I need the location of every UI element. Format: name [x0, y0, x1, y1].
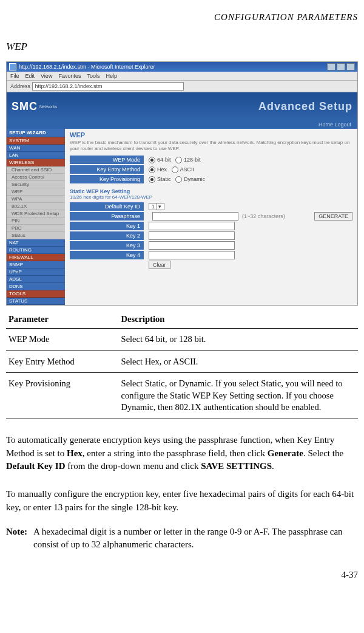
- cell-param: WEP Mode: [6, 329, 119, 351]
- close-button[interactable]: [346, 63, 355, 70]
- note-block: Note: A hexadecimal digit is a number or…: [6, 525, 358, 552]
- sidebar-sub-pbc[interactable]: PBC: [7, 225, 65, 232]
- sidebar-sub-wep[interactable]: WEP: [7, 188, 65, 196]
- row-provisioning: Key Provisioning Static Dynamic: [70, 175, 352, 183]
- panel-desc: WEP is the basic mechanism to transmit y…: [70, 140, 352, 152]
- radio-64bit[interactable]: [149, 157, 155, 163]
- menu-tools[interactable]: Tools: [87, 73, 99, 79]
- label-key1: Key 1: [70, 222, 144, 230]
- row-wep-mode: WEP Mode 64-bit 128-bit: [70, 156, 352, 164]
- static-wep-hint: 10/26 hex digits for 64-WEP/128-WEP: [70, 194, 352, 200]
- sidebar-sub-security[interactable]: Security: [7, 181, 65, 188]
- cell-desc: Select 64 bit, or 128 bit.: [119, 329, 358, 351]
- sidebar: SETUP WIZARD SYSTEM WAN LAN WIRELESS Cha…: [7, 129, 65, 305]
- minimize-button[interactable]: [327, 63, 335, 70]
- cell-param: Key Entry Method: [6, 351, 119, 373]
- sidebar-item-routing[interactable]: ROUTING: [7, 247, 65, 254]
- brand-subtext: Networks: [39, 104, 57, 109]
- section-title-wep: WEP: [6, 41, 358, 53]
- page-number: 4-37: [6, 570, 358, 580]
- running-header: CONFIGURATION PARAMETERS: [6, 12, 358, 22]
- row-key2: Key 2: [70, 231, 352, 240]
- radio-ascii[interactable]: [172, 166, 178, 173]
- table-row: Key Entry Method Select Hex, or ASCII.: [6, 351, 358, 373]
- sidebar-sub-wpa[interactable]: WPA: [7, 196, 65, 203]
- label-entry-method: Key Entry Method: [70, 165, 144, 174]
- sidebar-item-wan[interactable]: WAN: [7, 145, 65, 152]
- row-key1: Key 1: [70, 222, 352, 230]
- row-passphrase: Passphrase (1~32 characters) GENERATE: [70, 212, 352, 221]
- passphrase-hint: (1~32 characters): [242, 213, 285, 219]
- sidebar-item-status2[interactable]: STATUS: [7, 298, 65, 305]
- key4-input[interactable]: [149, 251, 235, 259]
- brand-logo: SMC: [12, 100, 38, 113]
- sidebar-sub-wds[interactable]: WDS Protected Setup: [7, 210, 65, 217]
- label-default-key: Default Key ID: [70, 202, 144, 211]
- radio-hex[interactable]: [149, 166, 155, 173]
- opt-ascii: ASCII: [180, 166, 195, 173]
- sidebar-sub-status[interactable]: Status: [7, 232, 65, 239]
- key1-input[interactable]: [149, 222, 235, 230]
- parameter-table: Parameter Description WEP Mode Select 64…: [6, 310, 358, 419]
- panel-title: WEP: [70, 131, 352, 139]
- paragraph-manual: To manually configure the encryption key…: [6, 488, 358, 515]
- opt-dynamic: Dynamic: [184, 176, 205, 182]
- sidebar-item-upnp[interactable]: UPnP: [7, 269, 65, 276]
- note-text: A hexadecimal digit is a number or lette…: [33, 525, 358, 552]
- banner-title: Advanced Setup: [258, 100, 352, 113]
- cell-desc: Select Static, or Dynamic. If you select…: [119, 373, 358, 419]
- radio-dynamic[interactable]: [175, 176, 182, 183]
- cell-desc: Select Hex, or ASCII.: [119, 351, 358, 373]
- label-wep-mode: WEP Mode: [70, 156, 144, 164]
- sidebar-sub-pin[interactable]: PIN: [7, 217, 65, 225]
- menu-edit[interactable]: Edit: [25, 73, 35, 79]
- sidebar-item-system[interactable]: SYSTEM: [7, 137, 65, 145]
- label-passphrase: Passphrase: [70, 212, 144, 221]
- opt-64bit: 64-bit: [157, 157, 171, 163]
- radio-static[interactable]: [149, 176, 155, 183]
- address-input[interactable]: http://192.168.2.1/index.stm: [32, 82, 184, 91]
- sidebar-item-tools[interactable]: TOOLS: [7, 290, 65, 298]
- th-parameter: Parameter: [6, 310, 119, 329]
- sidebar-item-nat[interactable]: NAT: [7, 239, 65, 247]
- label-key3: Key 3: [70, 241, 144, 250]
- sidebar-item-adsl[interactable]: ADSL: [7, 276, 65, 283]
- default-key-select[interactable]: 1▾: [149, 203, 164, 210]
- menu-file[interactable]: File: [10, 73, 19, 79]
- content-panel: WEP WEP is the basic mechanism to transm…: [65, 129, 357, 305]
- generate-button[interactable]: GENERATE: [314, 212, 352, 221]
- clear-button[interactable]: Clear: [149, 261, 170, 269]
- th-description: Description: [119, 310, 358, 329]
- embedded-screenshot: http://192.168.2.1/index.stm - Microsoft…: [6, 61, 358, 306]
- passphrase-input[interactable]: [152, 212, 238, 221]
- key2-input[interactable]: [149, 231, 235, 240]
- sidebar-item-lan[interactable]: LAN: [7, 152, 65, 159]
- radio-128bit[interactable]: [175, 157, 182, 163]
- menu-view[interactable]: View: [41, 73, 52, 79]
- sidebar-sub-8021x[interactable]: 802.1X: [7, 203, 65, 210]
- sidebar-setup-wizard[interactable]: SETUP WIZARD: [7, 129, 65, 137]
- window-title: http://192.168.2.1/index.stm - Microsoft…: [19, 64, 155, 70]
- browser-menubar[interactable]: File Edit View Favorites Tools Help: [7, 72, 357, 81]
- static-wep-title: Static WEP Key Setting: [70, 188, 352, 194]
- window-buttons[interactable]: [327, 63, 355, 70]
- default-key-value: 1: [152, 204, 155, 210]
- sidebar-sub-access[interactable]: Access Control: [7, 174, 65, 181]
- row-key4: Key 4: [70, 251, 352, 259]
- row-entry-method: Key Entry Method Hex ASCII: [70, 165, 352, 174]
- cell-param: Key Provisioning: [6, 373, 119, 419]
- table-row: WEP Mode Select 64 bit, or 128 bit.: [6, 329, 358, 351]
- chevron-down-icon: ▾: [157, 204, 163, 210]
- brand-links[interactable]: Home Logout: [7, 120, 357, 129]
- maximize-button[interactable]: [337, 63, 345, 70]
- menu-help[interactable]: Help: [106, 73, 117, 79]
- sidebar-sub-channel[interactable]: Channel and SSID: [7, 166, 65, 174]
- table-row: Key Provisioning Select Static, or Dynam…: [6, 373, 358, 419]
- sidebar-item-snmp[interactable]: SNMP: [7, 261, 65, 269]
- row-clear: . Clear: [70, 261, 352, 269]
- key3-input[interactable]: [149, 241, 235, 250]
- sidebar-item-wireless[interactable]: WIRELESS: [7, 159, 65, 166]
- sidebar-item-ddns[interactable]: DDNS: [7, 283, 65, 290]
- sidebar-item-firewall[interactable]: FIREWALL: [7, 254, 65, 261]
- menu-favorites[interactable]: Favorites: [58, 73, 81, 79]
